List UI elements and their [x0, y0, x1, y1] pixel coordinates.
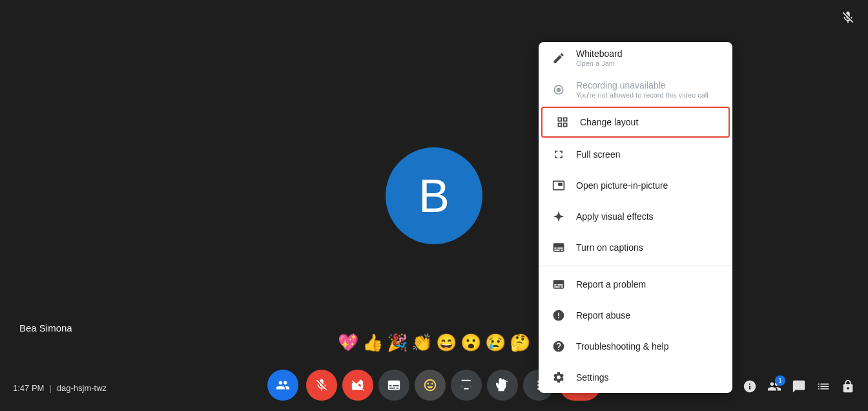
emoji-sad[interactable]: 😢: [485, 333, 506, 353]
emoji-button[interactable]: [415, 370, 446, 401]
menu-item-recording: Recording unavailable You're not allowed…: [539, 74, 732, 105]
gear-icon: [552, 370, 566, 385]
avatar: B: [386, 147, 482, 244]
menu-label-recording: Recording unavailable: [576, 80, 708, 90]
menu-label-settings: Settings: [576, 372, 609, 383]
fullscreen-icon: [552, 147, 566, 162]
emoji-laugh[interactable]: 😄: [436, 333, 457, 353]
menu-divider: [539, 266, 732, 266]
menu-subtitle-whiteboard: Open a Jam: [576, 59, 623, 67]
avatar-letter: B: [418, 169, 450, 222]
camera-button[interactable]: [342, 370, 373, 401]
emoji-thumbsup[interactable]: 👍: [362, 333, 383, 353]
participant-name: Bea Simona: [19, 322, 72, 333]
record-icon: [552, 83, 566, 97]
present-button[interactable]: [451, 370, 482, 401]
alert-icon: [552, 308, 566, 322]
lock-icon[interactable]: [841, 379, 855, 397]
people-badge: 1: [775, 375, 785, 386]
flag-icon: [552, 277, 566, 291]
menu-label-full-screen: Full screen: [576, 149, 620, 160]
layout-icon: [555, 115, 570, 129]
pip-icon: [552, 178, 566, 193]
meeting-info: 1:47 PM | dag-hsjm-twz: [13, 383, 107, 393]
info-icon[interactable]: [743, 379, 757, 397]
menu-label-report-problem: Report a problem: [576, 279, 646, 290]
menu-label-report-abuse: Report abuse: [576, 310, 630, 321]
emoji-surprised[interactable]: 😮: [460, 333, 481, 353]
emoji-heart[interactable]: 💖: [338, 333, 358, 353]
activities-icon[interactable]: [816, 379, 831, 397]
menu-item-visual-effects[interactable]: Apply visual effects: [539, 201, 732, 232]
menu-item-report-abuse[interactable]: Report abuse: [539, 300, 732, 331]
menu-item-captions[interactable]: Turn on captions: [539, 232, 732, 263]
raise-hand-button[interactable]: [487, 370, 518, 401]
captions-icon: [552, 240, 566, 255]
top-right-mic-icon: [841, 10, 855, 28]
pencil-icon: [552, 51, 566, 65]
context-menu: Whiteboard Open a Jam Recording unavaila…: [539, 42, 732, 393]
video-area: B Bea Simona 💖 👍 🎉 👏 😄 😮 😢 🤔 1:47 PM | d…: [0, 0, 868, 411]
emoji-thinking[interactable]: 🤔: [510, 333, 530, 353]
meeting-code: dag-hsjm-twz: [57, 383, 107, 393]
menu-label-captions: Turn on captions: [576, 242, 643, 253]
sparkle-icon: [552, 209, 566, 224]
time-separator: |: [49, 383, 51, 393]
people-icon-wrapper[interactable]: 1: [767, 379, 781, 397]
meeting-time: 1:47 PM: [13, 383, 44, 393]
menu-item-report-problem[interactable]: Report a problem: [539, 269, 732, 300]
emoji-clap[interactable]: 👏: [411, 333, 432, 353]
mute-button[interactable]: [306, 370, 337, 401]
captions-button[interactable]: [378, 370, 409, 401]
menu-item-pip[interactable]: Open picture-in-picture: [539, 170, 732, 201]
menu-item-whiteboard[interactable]: Whiteboard Open a Jam: [539, 42, 732, 74]
right-icons: 1: [743, 379, 855, 397]
menu-subtitle-recording: You're not allowed to record this video …: [576, 91, 708, 99]
menu-item-settings[interactable]: Settings: [539, 362, 732, 393]
chat-icon[interactable]: [792, 379, 806, 397]
menu-label-troubleshooting: Troubleshooting & help: [576, 341, 668, 352]
help-icon: [552, 339, 566, 353]
menu-item-change-layout[interactable]: Change layout: [541, 107, 730, 138]
menu-label-change-layout: Change layout: [580, 117, 638, 127]
menu-item-troubleshooting[interactable]: Troubleshooting & help: [539, 331, 732, 362]
menu-item-full-screen[interactable]: Full screen: [539, 139, 732, 170]
svg-point-1: [557, 87, 561, 92]
menu-label-visual-effects: Apply visual effects: [576, 211, 654, 222]
menu-label-pip: Open picture-in-picture: [576, 180, 668, 191]
bottom-bar: 1:47 PM | dag-hsjm-twz: [0, 359, 868, 411]
avatar-container: B: [386, 147, 482, 244]
menu-label-whiteboard: Whiteboard: [576, 48, 623, 59]
emoji-confetti[interactable]: 🎉: [387, 333, 408, 353]
emoji-reactions-bar: 💖 👍 🎉 👏 😄 😮 😢 🤔: [338, 333, 530, 353]
people-button[interactable]: [267, 370, 298, 401]
